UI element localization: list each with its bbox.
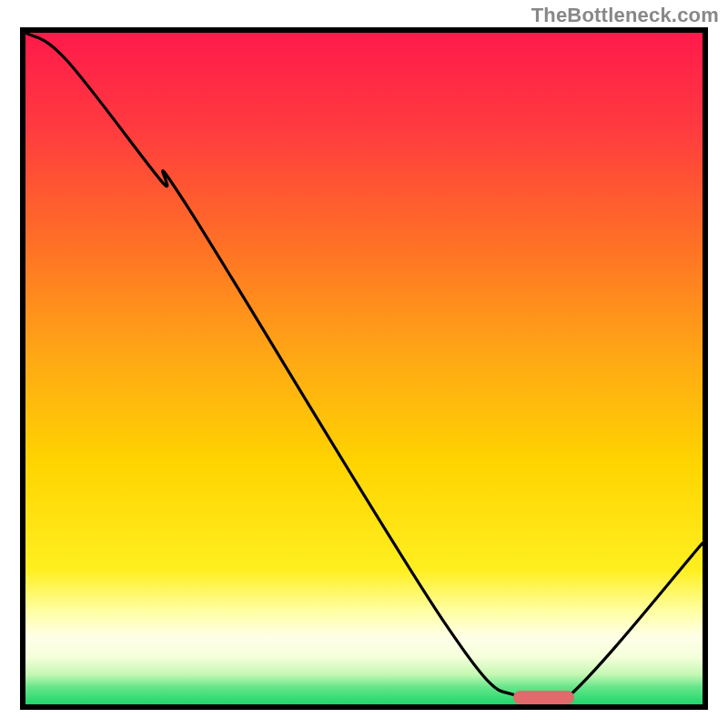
- attribution-text: TheBottleneck.com: [531, 4, 719, 27]
- bottleneck-curve: [25, 33, 703, 704]
- chart-frame: [20, 27, 708, 710]
- optimal-marker: [513, 691, 574, 704]
